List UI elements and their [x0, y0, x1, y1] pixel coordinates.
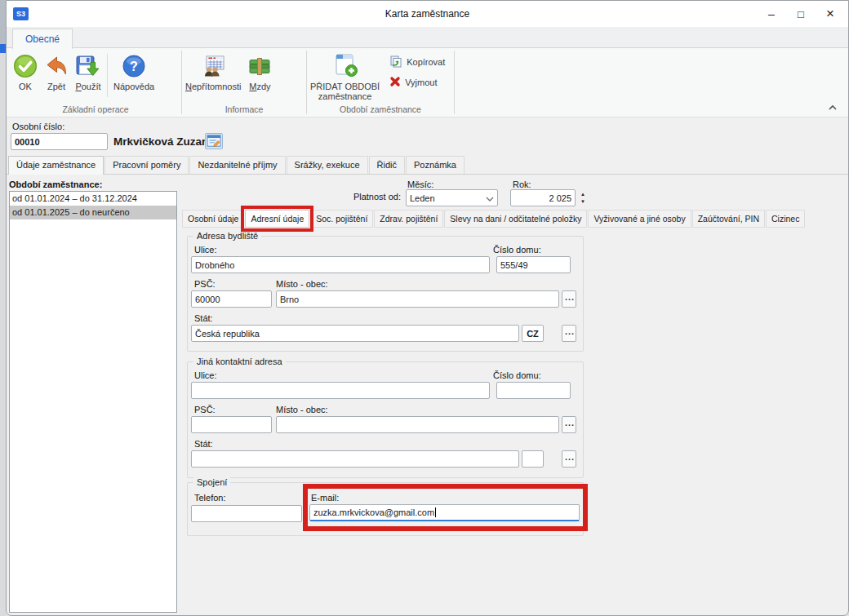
- ribbon-group-info-label: Informace: [182, 104, 306, 117]
- svg-text:?: ?: [130, 60, 138, 73]
- tab-ridic[interactable]: Řidič: [369, 156, 405, 174]
- help-icon: ?: [122, 52, 146, 80]
- phone-label: Telefon:: [194, 493, 226, 503]
- employee-name: Mrkvičková Zuzana: [113, 135, 215, 148]
- content-area: Osobní číslo: 00010 Mrkvičková Zuzana Úd…: [7, 117, 848, 616]
- house-number-label: Číslo domu:: [493, 245, 541, 255]
- spin-down-button[interactable]: ▼: [577, 198, 589, 206]
- state-label: Stát:: [194, 439, 213, 449]
- year-spinner: ▲ ▼: [577, 189, 589, 206]
- street-field[interactable]: [191, 382, 490, 399]
- period-listbox[interactable]: od 01.01.2024 – do 31.12.2024 od 01.01.2…: [9, 191, 177, 613]
- month-label: Měsíc:: [407, 179, 433, 189]
- add-period-button[interactable]: PŘIDAT OBDOBÍzaměstnance: [307, 51, 383, 103]
- phone-field[interactable]: [191, 505, 302, 522]
- app-window: S3 Karta zaměstnance – □ × Obecné OK: [6, 0, 849, 616]
- tab-osobni-udaje[interactable]: Osobní údaje: [182, 210, 244, 228]
- wages-button[interactable]: Mzdy: [244, 51, 275, 93]
- personal-number-label: Osobní číslo:: [12, 122, 64, 131]
- street-label: Ulice:: [194, 245, 217, 255]
- email-label: E-mail:: [311, 493, 339, 503]
- tab-srazky-exekuce[interactable]: Srážky, exekuce: [287, 156, 368, 174]
- add-period-button-label: PŘIDAT OBDOBÍzaměstnance: [310, 82, 380, 101]
- chevron-up-icon: [828, 104, 838, 111]
- main-tab-strip: Údaje zaměstnance Pracovní poměry Nezdan…: [7, 156, 848, 175]
- zip-field[interactable]: [191, 416, 272, 433]
- window-title: Karta zaměstnance: [7, 8, 848, 20]
- tab-soc-pojisteni[interactable]: Soc. pojištění: [310, 210, 373, 228]
- tab-cizinec[interactable]: Cizinec: [766, 210, 805, 228]
- collapse-ribbon-button[interactable]: [825, 102, 840, 113]
- ribbon-separator: [107, 54, 108, 97]
- tab-udaje-zamestnance[interactable]: Údaje zaměstnance: [8, 156, 104, 175]
- add-period-icon: [332, 52, 358, 80]
- city-field[interactable]: Brno: [276, 290, 559, 308]
- titlebar: S3 Karta zaměstnance – □ ×: [7, 1, 848, 27]
- tab-vyzivovane-osoby[interactable]: Vyživované a jiné osoby: [588, 210, 691, 228]
- tab-nezdanitelne-prijmy[interactable]: Nezdanitelné příjmy: [189, 156, 285, 174]
- period-item-2024[interactable]: od 01.01.2024 – do 31.12.2024: [10, 192, 176, 206]
- text-caret: [435, 507, 436, 517]
- background-app-strip: [0, 0, 6, 616]
- street-field[interactable]: Drobného: [191, 256, 490, 273]
- city-browse-button[interactable]: ...: [562, 416, 576, 433]
- house-number-field[interactable]: [496, 382, 571, 399]
- maximize-button[interactable]: □: [786, 1, 816, 27]
- year-field[interactable]: 2 025: [510, 189, 576, 206]
- city-label: Místo - obec:: [276, 405, 328, 414]
- ribbon-tab-obecne[interactable]: Obecné: [12, 29, 73, 49]
- ribbon-group-period: PŘIDAT OBDOBÍzaměstnance Kopírovat Vyjmo…: [307, 48, 454, 117]
- tab-pracovni-pomery[interactable]: Pracovní poměry: [104, 156, 189, 174]
- tab-poznamka[interactable]: Poznámka: [406, 156, 465, 174]
- close-button[interactable]: ×: [816, 1, 845, 27]
- state-field[interactable]: Česká republika: [191, 325, 519, 342]
- tab-zauctovani-pin[interactable]: Zaúčtování, PIN: [692, 210, 765, 228]
- ok-icon: [13, 52, 38, 80]
- year-label: Rok:: [513, 179, 531, 189]
- ok-button[interactable]: OK: [10, 51, 41, 93]
- state-code-field[interactable]: CZ: [522, 325, 544, 342]
- state-code-field[interactable]: [522, 450, 544, 468]
- validity-from-label: Platnost od:: [321, 192, 401, 202]
- state-browse-button[interactable]: ...: [562, 325, 576, 342]
- ribbon-group-info: Nepřítomnosti Mzdy Informace: [182, 48, 306, 117]
- period-item-2025-selected[interactable]: od 01.01.2025 – do neurčeno: [10, 206, 176, 219]
- help-button[interactable]: ? Nápověda: [110, 51, 158, 93]
- save-icon: [75, 52, 101, 80]
- spin-up-button[interactable]: ▲: [577, 191, 589, 198]
- tab-slevy-na-dani[interactable]: Slevy na dani / odčitatelné položky: [444, 210, 587, 228]
- month-dropdown[interactable]: Leden: [406, 189, 498, 206]
- ribbon-group-basic-label: Základní operace: [10, 104, 181, 117]
- state-browse-button[interactable]: ...: [562, 450, 576, 468]
- apply-button[interactable]: Použít: [72, 51, 104, 93]
- help-button-label: Nápověda: [113, 82, 154, 91]
- back-button[interactable]: Zpět: [41, 51, 72, 93]
- house-number-label: Číslo domu:: [493, 370, 541, 380]
- tab-adresni-udaje-highlighted[interactable]: Adresní údaje: [245, 210, 309, 228]
- absences-button-label: Nepřítomnosti: [185, 82, 241, 91]
- ribbon-small-buttons: Kopírovat Vyjmout: [383, 51, 450, 89]
- groupbox-legend: Adresa bydliště: [193, 231, 261, 241]
- city-browse-button[interactable]: ...: [562, 290, 576, 308]
- copy-icon: [389, 55, 402, 69]
- detail-tab-strip: Osobní údaje Adresní údaje Soc. pojištěn…: [182, 209, 806, 228]
- city-field[interactable]: [276, 416, 559, 433]
- background-strip-accent: [0, 44, 6, 53]
- money-icon: [247, 52, 272, 80]
- personal-number-field[interactable]: 00010: [11, 133, 108, 150]
- tab-zdrav-pojisteni[interactable]: Zdrav. pojištění: [374, 210, 443, 228]
- copy-button[interactable]: Kopírovat: [389, 55, 445, 69]
- zip-field[interactable]: 60000: [191, 290, 272, 308]
- groupbox-adresa-bydliste: Adresa bydliště Ulice: Drobného Číslo do…: [187, 236, 584, 352]
- absences-button[interactable]: Nepřítomnosti: [182, 51, 244, 93]
- edit-employee-button[interactable]: [205, 133, 223, 149]
- ribbon: OK Zpět Použít ?: [7, 48, 848, 117]
- city-label: Místo - obec:: [276, 279, 328, 289]
- cut-button[interactable]: Vyjmout: [389, 76, 445, 89]
- email-field[interactable]: zuzka.mrkvickova@gmail.com: [309, 504, 580, 521]
- state-field[interactable]: [191, 450, 519, 468]
- house-number-field[interactable]: 555/49: [496, 256, 571, 273]
- minimize-button[interactable]: –: [757, 1, 786, 27]
- chevron-down-icon: [486, 193, 494, 203]
- apply-button-label: Použít: [75, 82, 100, 91]
